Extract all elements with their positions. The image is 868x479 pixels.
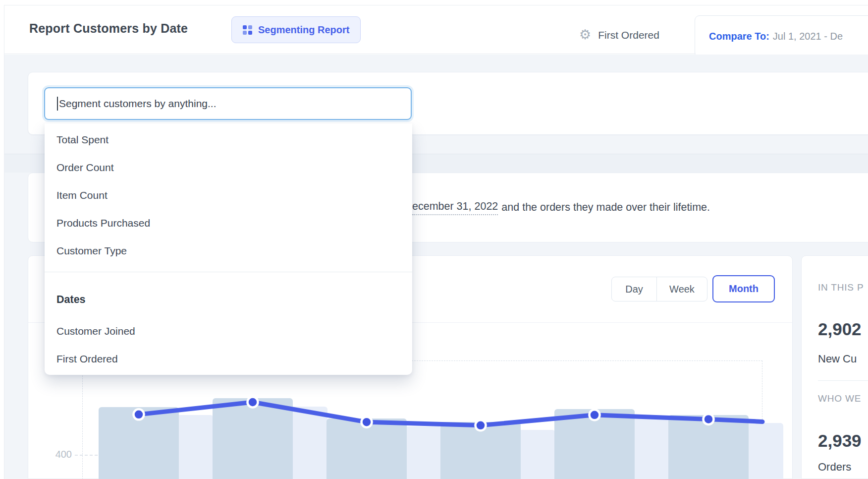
description-rest: and the orders they made over their life… xyxy=(501,201,710,214)
y-axis-tick-400: 400 xyxy=(48,449,72,460)
new-customers-label: New Cu xyxy=(818,353,857,365)
compare-date-range: Jul 1, 2021 - De xyxy=(773,31,843,42)
new-customers-value: 2,902 xyxy=(818,319,862,339)
segmenting-report-label: Segmenting Report xyxy=(258,24,349,36)
report-header: Report Customers by Date Segmenting Repo… xyxy=(4,5,868,54)
summary-divider xyxy=(818,380,868,381)
metric-selector[interactable]: ⚙ First Ordered xyxy=(579,28,659,42)
report-description-text: ecember 31, 2022 and the orders they mad… xyxy=(412,173,710,242)
dropdown-item[interactable]: Customer Type xyxy=(45,237,412,265)
current-period-bar xyxy=(554,409,635,479)
current-period-bar xyxy=(213,398,293,479)
dropdown-item[interactable]: Total Spent xyxy=(45,126,412,154)
current-period-bar xyxy=(440,422,521,479)
segmenting-report-badge[interactable]: Segmenting Report xyxy=(231,16,361,43)
period-label: IN THIS P xyxy=(818,282,864,293)
gear-icon: ⚙ xyxy=(579,28,591,42)
current-period-bar xyxy=(668,415,749,479)
app-page: Report Customers by Date Segmenting Repo… xyxy=(0,0,868,479)
granularity-day-button[interactable]: Day xyxy=(611,277,657,301)
dropdown-item[interactable]: Products Purchased xyxy=(45,209,412,237)
orders-value: 2,939 xyxy=(818,431,862,451)
granularity-week-button[interactable]: Week xyxy=(656,277,707,301)
summary-panel: IN THIS P 2,902 New Cu WHO WE 2,939 Orde… xyxy=(801,255,868,479)
dropdown-item[interactable]: First Ordered xyxy=(45,345,412,373)
segments-grid-icon xyxy=(243,25,252,35)
dropdown-section-dates: Dates xyxy=(45,291,412,308)
dropdown-item[interactable]: Order Count xyxy=(45,154,412,181)
segment-search-input[interactable]: Segment customers by anything... xyxy=(44,87,412,120)
segment-options-dropdown: Total SpentOrder CountItem CountProducts… xyxy=(45,123,412,375)
current-period-bar xyxy=(326,419,407,479)
compare-to-selector[interactable]: Compare To: Jul 1, 2021 - De xyxy=(695,15,868,58)
text-caret xyxy=(57,97,58,111)
orders-label: Orders xyxy=(818,461,851,474)
search-placeholder: Segment customers by anything... xyxy=(59,98,217,110)
metric-label: First Ordered xyxy=(598,29,659,41)
current-period-bar xyxy=(99,407,179,479)
compare-to-label: Compare To: xyxy=(709,31,769,42)
date-range-link[interactable]: ecember 31, 2022 xyxy=(412,200,498,215)
page-title: Report Customers by Date xyxy=(29,21,188,36)
granularity-month-button-selected[interactable]: Month xyxy=(712,275,775,302)
dropdown-item[interactable]: Customer Joined xyxy=(45,317,412,345)
who-label: WHO WE xyxy=(818,393,861,404)
dropdown-item[interactable]: Item Count xyxy=(45,181,412,209)
dropdown-divider xyxy=(45,272,412,272)
